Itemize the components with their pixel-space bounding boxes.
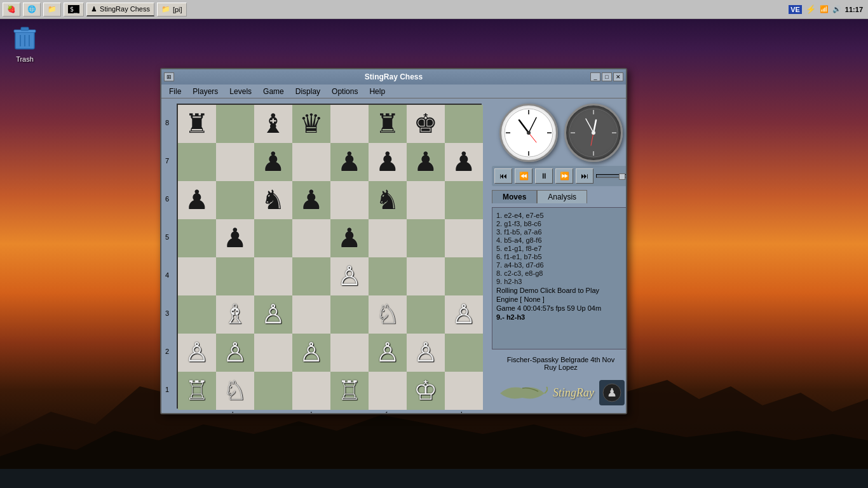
square-h6[interactable]: [445, 181, 483, 219]
square-g6[interactable]: [407, 181, 445, 219]
svg-line-22: [591, 133, 593, 146]
taskbar-right: VE ⚡ 📶 🔊 11:17: [783, 4, 868, 14]
browser-button[interactable]: 🌐: [23, 3, 41, 17]
square-e1[interactable]: ♖: [330, 372, 369, 410]
white-clock-face: [503, 107, 554, 158]
square-c7[interactable]: ♟: [254, 143, 292, 181]
square-a5[interactable]: [178, 219, 216, 257]
square-e8[interactable]: [330, 105, 369, 143]
square-f3[interactable]: ♘: [369, 295, 407, 334]
files-button[interactable]: 📁: [43, 3, 61, 17]
square-d8[interactable]: ♛: [292, 105, 330, 143]
square-e6[interactable]: [330, 181, 369, 219]
transport-first-button[interactable]: ⏮: [494, 168, 512, 184]
square-a7[interactable]: [178, 143, 216, 181]
raspberry-pi-button[interactable]: 🍓: [3, 3, 20, 17]
menu-players[interactable]: Players: [187, 86, 223, 97]
window-minimize-button[interactable]: _: [590, 72, 600, 81]
square-f8[interactable]: ♜: [369, 105, 407, 143]
square-a4[interactable]: [178, 257, 216, 295]
status-line-1: Engine [ None ]: [496, 295, 625, 303]
square-d6[interactable]: ♟: [292, 181, 330, 219]
square-b6[interactable]: [216, 181, 254, 219]
square-f7[interactable]: ♟: [369, 143, 407, 181]
square-g7[interactable]: ♟: [407, 143, 445, 181]
square-f6[interactable]: ♞: [369, 181, 407, 219]
menu-options[interactable]: Options: [327, 86, 363, 97]
square-e3[interactable]: [330, 295, 369, 334]
stingray-chess-taskbar-button[interactable]: ♟ StingRay Chess: [86, 3, 154, 17]
menu-file[interactable]: File: [164, 86, 186, 97]
square-g4[interactable]: [407, 257, 445, 295]
move-line-2: 2. g1-f3, b8-c6: [496, 220, 625, 227]
square-h1[interactable]: [445, 372, 483, 410]
square-c6[interactable]: ♞: [254, 181, 292, 219]
square-f5[interactable]: [369, 219, 407, 257]
rank-1: 1: [165, 370, 169, 409]
square-g1[interactable]: ♔: [407, 372, 445, 410]
square-h5[interactable]: [445, 219, 483, 257]
square-b7[interactable]: [216, 143, 254, 181]
transport-slider[interactable]: [596, 174, 626, 178]
square-c8[interactable]: ♝: [254, 105, 292, 143]
square-a8[interactable]: ♜: [178, 105, 216, 143]
square-d5[interactable]: [292, 219, 330, 257]
pi-folder-taskbar-button[interactable]: 📁 [pi]: [157, 3, 187, 17]
window-menu-button[interactable]: ⊞: [164, 72, 174, 81]
square-d1[interactable]: [292, 372, 330, 410]
square-b8[interactable]: [216, 105, 254, 143]
square-e4[interactable]: ♙: [330, 257, 369, 295]
square-e5[interactable]: ♟: [330, 219, 369, 257]
square-b5[interactable]: ♟: [216, 219, 254, 257]
square-b1[interactable]: ♘: [216, 372, 254, 410]
square-g2[interactable]: ♙: [407, 334, 445, 372]
terminal-icon: $_: [68, 5, 79, 13]
transport-pause-button[interactable]: ⏸: [535, 168, 553, 184]
square-h2[interactable]: [445, 334, 483, 372]
transport-prev-button[interactable]: ⏪: [515, 168, 532, 184]
square-d3[interactable]: [292, 295, 330, 334]
square-a2[interactable]: ♙: [178, 334, 216, 372]
square-c2[interactable]: [254, 334, 292, 372]
transport-last-button[interactable]: ⏭: [576, 168, 593, 184]
window-restore-button[interactable]: □: [602, 72, 612, 81]
square-h4[interactable]: [445, 257, 483, 295]
square-e2[interactable]: [330, 334, 369, 372]
transport-next-button[interactable]: ⏩: [555, 168, 573, 184]
square-h7[interactable]: ♟: [445, 143, 483, 181]
square-c4[interactable]: [254, 257, 292, 295]
menu-help[interactable]: Help: [364, 86, 390, 97]
square-d4[interactable]: [292, 257, 330, 295]
square-a3[interactable]: [178, 295, 216, 334]
square-c1[interactable]: [254, 372, 292, 410]
square-a1[interactable]: ♖: [178, 372, 216, 410]
menu-display[interactable]: Display: [290, 86, 325, 97]
svg-rect-2: [21, 27, 29, 30]
terminal-button[interactable]: $_: [64, 3, 84, 17]
square-h3[interactable]: ♙: [445, 295, 483, 334]
menu-game[interactable]: Game: [258, 86, 289, 97]
menu-levels[interactable]: Levels: [224, 86, 257, 97]
square-c3[interactable]: ♙: [254, 295, 292, 334]
square-b3[interactable]: ♗: [216, 295, 254, 334]
trash-desktop-icon[interactable]: Trash: [10, 22, 40, 63]
tab-moves[interactable]: Moves: [492, 190, 537, 203]
window-close-button[interactable]: ✕: [613, 72, 623, 81]
square-d7[interactable]: [292, 143, 330, 181]
square-a6[interactable]: ♟: [178, 181, 216, 219]
square-f2[interactable]: ♙: [369, 334, 407, 372]
square-f1[interactable]: [369, 372, 407, 410]
tab-analysis[interactable]: Analysis: [537, 190, 587, 203]
move-line-8: 8. c2-c3, e8-g8: [496, 269, 625, 277]
square-b4[interactable]: [216, 257, 254, 295]
square-c5[interactable]: [254, 219, 292, 257]
square-f4[interactable]: [369, 257, 407, 295]
square-e7[interactable]: ♟: [330, 143, 369, 181]
square-g3[interactable]: [407, 295, 445, 334]
chess-board[interactable]: ♜♝♛♜♚♟♟♟♟♟♟♞♟♞♟♟♙♗♙♘♙♙♙♙♙♙♖♘♖♔: [177, 104, 482, 409]
square-d2[interactable]: ♙: [292, 334, 330, 372]
square-b2[interactable]: ♙: [216, 334, 254, 372]
square-g8[interactable]: ♚: [407, 105, 445, 143]
square-h8[interactable]: [445, 105, 483, 143]
square-g5[interactable]: [407, 219, 445, 257]
